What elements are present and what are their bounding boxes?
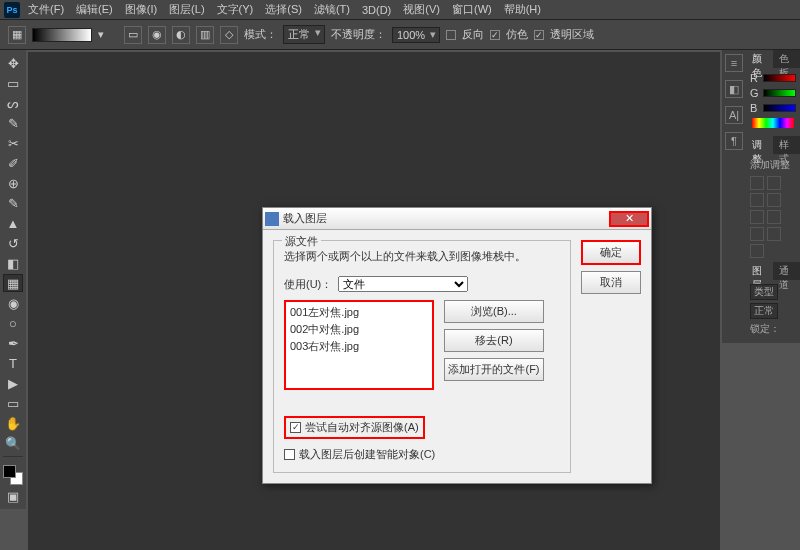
ok-button[interactable]: 确定 [581, 240, 641, 265]
layers-panel: 类型 正常 锁定： [746, 280, 800, 343]
menu-filter[interactable]: 滤镜(T) [314, 2, 350, 17]
adj-icon[interactable] [750, 210, 764, 224]
browse-button[interactable]: 浏览(B)... [444, 300, 544, 323]
stamp-tool[interactable]: ▲ [3, 214, 23, 232]
menu-select[interactable]: 选择(S) [265, 2, 302, 17]
file-item[interactable]: 001左对焦.jpg [288, 304, 430, 321]
crop-tool[interactable]: ✂ [3, 134, 23, 152]
adj-icon[interactable] [767, 227, 781, 241]
menu-edit[interactable]: 编辑(E) [76, 2, 113, 17]
character-panel-icon[interactable]: A| [725, 106, 743, 124]
adj-icon[interactable] [750, 176, 764, 190]
brush-tool[interactable]: ✎ [3, 194, 23, 212]
styles-tab[interactable]: 样式 [773, 136, 800, 154]
dither-label: 仿色 [506, 27, 528, 42]
properties-panel-icon[interactable]: ◧ [725, 80, 743, 98]
adj-icon[interactable] [750, 193, 764, 207]
quick-mask-icon[interactable]: ▣ [3, 487, 23, 505]
blur-tool[interactable]: ◉ [3, 294, 23, 312]
layer-kind-select[interactable]: 类型 [750, 284, 778, 300]
layers-tab[interactable]: 图层 [746, 262, 773, 280]
smart-object-check-row[interactable]: 载入图层后创建智能对象(C) [284, 447, 560, 462]
swatches-tab[interactable]: 色板 [773, 50, 800, 68]
history-panel-icon[interactable]: ≡ [725, 54, 743, 72]
r-slider[interactable] [763, 74, 796, 82]
color-tab[interactable]: 颜色 [746, 50, 773, 68]
menu-image[interactable]: 图像(I) [125, 2, 157, 17]
close-button[interactable]: ✕ [609, 211, 649, 227]
hue-bar[interactable] [752, 118, 794, 128]
marquee-tool[interactable]: ▭ [3, 74, 23, 92]
paragraph-panel-icon[interactable]: ¶ [725, 132, 743, 150]
align-checkbox[interactable] [290, 422, 301, 433]
linear-gradient-icon[interactable]: ▭ [124, 26, 142, 44]
adj-icon[interactable] [750, 227, 764, 241]
opacity-label: 不透明度： [331, 27, 386, 42]
file-item[interactable]: 002中对焦.jpg [288, 321, 430, 338]
dither-checkbox[interactable] [490, 30, 500, 40]
add-adjustment-label: 添加调整 [750, 158, 796, 172]
adj-icon[interactable] [767, 176, 781, 190]
menu-help[interactable]: 帮助(H) [504, 2, 541, 17]
layer-blend-select[interactable]: 正常 [750, 303, 778, 319]
align-label: 尝试自动对齐源图像(A) [305, 420, 419, 435]
cancel-button[interactable]: 取消 [581, 271, 641, 294]
channels-tab[interactable]: 通道 [773, 262, 800, 280]
opacity-select[interactable]: 100% [392, 27, 440, 43]
angle-gradient-icon[interactable]: ◐ [172, 26, 190, 44]
gradient-dropdown-icon[interactable]: ▾ [98, 28, 104, 41]
options-bar: ▦ ▾ ▭ ◉ ◐ ▥ ◇ 模式： 正常 不透明度： 100% 反向 仿色 透明… [0, 20, 800, 50]
eraser-tool[interactable]: ◧ [3, 254, 23, 272]
file-list[interactable]: 001左对焦.jpg 002中对焦.jpg 003右对焦.jpg [284, 300, 434, 390]
lasso-tool[interactable]: ᔕ [3, 94, 23, 112]
quick-select-tool[interactable]: ✎ [3, 114, 23, 132]
align-check-row[interactable]: 尝试自动对齐源图像(A) [284, 416, 425, 439]
lock-label: 锁定： [750, 322, 780, 336]
add-open-button[interactable]: 添加打开的文件(F) [444, 358, 544, 381]
dodge-tool[interactable]: ○ [3, 314, 23, 332]
reverse-checkbox[interactable] [446, 30, 456, 40]
path-select-tool[interactable]: ▶ [3, 374, 23, 392]
menu-view[interactable]: 视图(V) [403, 2, 440, 17]
reverse-label: 反向 [462, 27, 484, 42]
history-brush-tool[interactable]: ↺ [3, 234, 23, 252]
adj-icon[interactable] [750, 244, 764, 258]
eyedropper-tool[interactable]: ✐ [3, 154, 23, 172]
right-dock: ≡ ◧ A| ¶ 颜色 色板 R G B 调整 样式 添加调整 图层 [722, 50, 800, 343]
dialog-icon [265, 212, 279, 226]
dialog-description: 选择两个或两个以上的文件来载入到图像堆栈中。 [284, 249, 560, 264]
adjustments-tab[interactable]: 调整 [746, 136, 773, 154]
move-tool[interactable]: ✥ [3, 54, 23, 72]
hand-tool[interactable]: ✋ [3, 414, 23, 432]
collapsed-panel-icons: ≡ ◧ A| ¶ [722, 50, 746, 343]
menu-3d[interactable]: 3D(D) [362, 4, 391, 16]
healing-tool[interactable]: ⊕ [3, 174, 23, 192]
gradient-tool[interactable]: ▦ [3, 274, 23, 292]
type-tool[interactable]: T [3, 354, 23, 372]
reflected-gradient-icon[interactable]: ▥ [196, 26, 214, 44]
transparency-checkbox[interactable] [534, 30, 544, 40]
zoom-tool[interactable]: 🔍 [3, 434, 23, 452]
color-swatches[interactable] [3, 465, 23, 485]
color-panel: R G B [746, 68, 800, 136]
smart-object-checkbox[interactable] [284, 449, 295, 460]
use-select[interactable]: 文件 [338, 276, 468, 292]
menu-file[interactable]: 文件(F) [28, 2, 64, 17]
radial-gradient-icon[interactable]: ◉ [148, 26, 166, 44]
b-slider[interactable] [763, 104, 796, 112]
menu-window[interactable]: 窗口(W) [452, 2, 492, 17]
dialog-titlebar[interactable]: 载入图层 ✕ [263, 208, 651, 230]
file-item[interactable]: 003右对焦.jpg [288, 338, 430, 355]
blend-mode-select[interactable]: 正常 [283, 25, 325, 44]
gradient-tool-icon[interactable]: ▦ [8, 26, 26, 44]
menu-layer[interactable]: 图层(L) [169, 2, 204, 17]
adj-icon[interactable] [767, 210, 781, 224]
pen-tool[interactable]: ✒ [3, 334, 23, 352]
gradient-preview[interactable] [32, 28, 92, 42]
adj-icon[interactable] [767, 193, 781, 207]
diamond-gradient-icon[interactable]: ◇ [220, 26, 238, 44]
remove-button[interactable]: 移去(R) [444, 329, 544, 352]
shape-tool[interactable]: ▭ [3, 394, 23, 412]
g-slider[interactable] [763, 89, 796, 97]
menu-type[interactable]: 文字(Y) [217, 2, 254, 17]
